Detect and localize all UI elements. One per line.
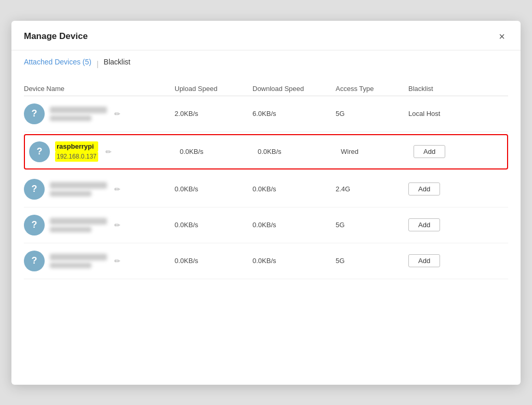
add-button[interactable]: Add: [408, 218, 440, 231]
add-button[interactable]: Add: [408, 182, 440, 195]
tab-bar: Attached Devices (5) | Blacklist: [11, 50, 521, 70]
download-speed: 6.0KB/s: [252, 110, 336, 117]
avatar: ?: [24, 103, 45, 124]
tab-blacklist[interactable]: Blacklist: [104, 58, 130, 70]
edit-icon[interactable]: ✏: [114, 110, 121, 118]
device-name-text: [50, 182, 107, 197]
close-button[interactable]: ×: [496, 30, 508, 43]
avatar: ?: [24, 179, 45, 200]
download-speed: 0.0KB/s: [252, 221, 336, 229]
col-device-name: Device Name: [24, 85, 175, 93]
device-name-blurred: [50, 182, 107, 189]
download-speed: 0.0KB/s: [258, 148, 341, 155]
tab-attached-devices[interactable]: Attached Devices (5): [24, 58, 91, 70]
col-upload-speed: Upload Speed: [175, 85, 252, 93]
download-speed: 0.0KB/s: [252, 185, 336, 193]
blacklist-add-button[interactable]: Add: [408, 254, 471, 267]
device-name-cell: ? ✏: [24, 179, 175, 200]
access-type: Wired: [341, 148, 414, 155]
device-name-text: [50, 254, 107, 268]
device-name-cell: ? raspberrypi 192.168.0.137 ✏: [29, 141, 180, 162]
blacklist-add-button[interactable]: Add: [408, 218, 471, 231]
device-ip-blurred: [50, 115, 91, 121]
edit-icon[interactable]: ✏: [105, 148, 112, 156]
blacklist-add-button[interactable]: Add: [414, 145, 476, 158]
device-name-cell: ? ✏: [24, 215, 175, 236]
device-name-blurred: [50, 107, 107, 113]
table-header-row: Device Name Upload Speed Download Speed …: [24, 80, 508, 96]
device-name-blurred: [50, 254, 107, 260]
table-row: ? ✏ 0.0KB/s 0.0KB/s 5G Add: [24, 207, 508, 243]
download-speed: 0.0KB/s: [252, 257, 336, 265]
table-row: ? ✏ 0.0KB/s 0.0KB/s 5G Add: [24, 243, 508, 279]
device-table: Device Name Upload Speed Download Speed …: [11, 70, 521, 292]
upload-speed: 0.0KB/s: [175, 221, 252, 229]
access-type: 2.4G: [336, 185, 408, 193]
avatar: ?: [24, 251, 45, 271]
dialog-title: Manage Device: [24, 31, 88, 42]
device-ip-blurred: [50, 227, 91, 232]
table-row: ? ✏ 2.0KB/s 6.0KB/s 5G Local Host: [24, 96, 508, 132]
table-row-highlighted: ? raspberrypi 192.168.0.137 ✏ 0.0KB/s 0.…: [24, 134, 508, 169]
add-button[interactable]: Add: [414, 145, 445, 158]
add-button[interactable]: Add: [408, 254, 440, 267]
access-type: 5G: [336, 110, 408, 117]
edit-icon[interactable]: ✏: [114, 221, 121, 229]
dialog-header: Manage Device ×: [11, 21, 521, 50]
device-name-blurred: [50, 218, 107, 225]
manage-device-dialog: Manage Device × Attached Devices (5) | B…: [11, 21, 521, 385]
device-name-text: [50, 107, 107, 121]
device-ip-label: 192.168.0.137: [55, 152, 98, 162]
device-name-cell: ? ✏: [24, 103, 175, 124]
edit-icon[interactable]: ✏: [114, 257, 121, 265]
upload-speed: 0.0KB/s: [175, 185, 252, 193]
device-ip-blurred: [50, 191, 91, 197]
blacklist-action: Local Host: [408, 110, 471, 117]
access-type: 5G: [336, 257, 408, 265]
device-ip-blurred: [50, 263, 91, 268]
upload-speed: 2.0KB/s: [175, 110, 252, 117]
col-blacklist: Blacklist: [408, 85, 471, 93]
tab-separator: |: [97, 60, 99, 68]
device-name-label: raspberrypi: [55, 141, 98, 152]
avatar: ?: [29, 141, 50, 162]
col-download-speed: Download Speed: [252, 85, 336, 93]
col-access-type: Access Type: [336, 85, 408, 93]
access-type: 5G: [336, 221, 408, 229]
edit-icon[interactable]: ✏: [114, 185, 121, 193]
device-name-cell: ? ✏: [24, 251, 175, 271]
device-name-text: [50, 218, 107, 232]
upload-speed: 0.0KB/s: [175, 257, 252, 265]
table-row: ? ✏ 0.0KB/s 0.0KB/s 2.4G Add: [24, 172, 508, 207]
upload-speed: 0.0KB/s: [180, 148, 258, 155]
avatar: ?: [24, 215, 45, 236]
device-name-text: raspberrypi 192.168.0.137: [55, 141, 98, 162]
blacklist-add-button[interactable]: Add: [408, 182, 471, 195]
